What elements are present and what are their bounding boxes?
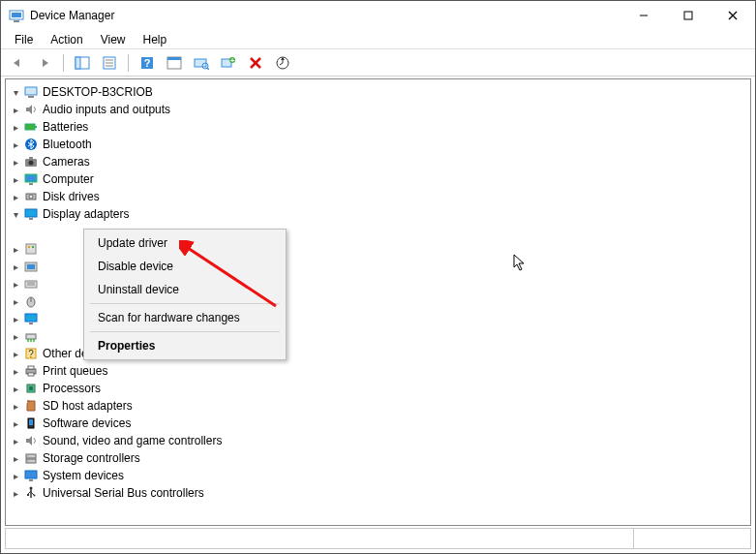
chevron-right-icon[interactable]: ▸: [8, 102, 23, 117]
chevron-right-icon[interactable]: ▸: [8, 433, 23, 448]
svg-line-19: [207, 68, 209, 70]
svg-rect-27: [28, 96, 34, 98]
scan-hardware-button[interactable]: [191, 52, 212, 74]
tree-root[interactable]: ▾ DESKTOP-B3CRIOB: [8, 83, 748, 101]
svg-text:+: +: [230, 56, 235, 65]
menu-update-driver[interactable]: Update driver: [86, 231, 284, 255]
chevron-right-icon[interactable]: ▸: [8, 311, 23, 326]
svg-rect-69: [25, 471, 37, 478]
svg-point-37: [29, 195, 33, 199]
status-cell: [634, 529, 750, 548]
maximize-button[interactable]: [666, 1, 711, 30]
add-legacy-button[interactable]: +: [218, 52, 239, 74]
chevron-right-icon[interactable]: ▸: [8, 241, 23, 257]
tree-node-batteries[interactable]: ▸Batteries: [8, 118, 748, 136]
toolbar: ? +: [1, 49, 755, 77]
tree-node-sd[interactable]: ▸SD host adapters: [8, 397, 748, 415]
svg-rect-41: [28, 246, 30, 248]
chevron-right-icon[interactable]: ▸: [8, 363, 23, 379]
tree-node-sound[interactable]: ▸Sound, video and game controllers: [8, 432, 748, 449]
forward-button[interactable]: [34, 52, 55, 74]
chevron-down-icon[interactable]: ▾: [8, 84, 23, 100]
tree-node-print[interactable]: ▸Print queues: [8, 362, 748, 380]
chevron-right-icon[interactable]: ▸: [8, 119, 23, 135]
camera-icon: [23, 154, 39, 169]
system-icon: [23, 468, 39, 483]
chevron-right-icon[interactable]: ▸: [8, 416, 23, 431]
svg-rect-40: [26, 244, 36, 254]
blank-icon: [8, 224, 23, 239]
tree-node-usb[interactable]: ▸Universal Serial Bus controllers: [8, 484, 748, 502]
chevron-right-icon[interactable]: ▸: [8, 189, 23, 204]
chevron-right-icon[interactable]: ▸: [8, 398, 23, 414]
svg-rect-52: [26, 334, 36, 339]
chevron-right-icon[interactable]: ▸: [8, 154, 23, 169]
tree-node-cameras[interactable]: ▸Cameras: [8, 153, 748, 170]
chevron-right-icon[interactable]: ▸: [8, 450, 23, 466]
menu-scan-hardware[interactable]: Scan for hardware changes: [86, 306, 284, 329]
menu-help[interactable]: Help: [136, 31, 175, 48]
chevron-right-icon[interactable]: ▸: [8, 468, 23, 483]
svg-rect-35: [29, 183, 33, 185]
chevron-right-icon[interactable]: ▸: [8, 485, 23, 501]
chevron-right-icon[interactable]: ▸: [8, 259, 23, 274]
minimize-button[interactable]: [621, 1, 666, 30]
back-button[interactable]: [7, 52, 28, 74]
uninstall-button[interactable]: [245, 52, 266, 74]
hid-icon: [23, 241, 39, 257]
svg-rect-16: [167, 57, 181, 60]
menu-properties[interactable]: Properties: [86, 334, 284, 357]
tree-label: Bluetooth: [43, 138, 92, 151]
sound-icon: [23, 433, 39, 448]
chevron-down-icon[interactable]: ▾: [8, 206, 23, 222]
status-bar: [5, 528, 751, 549]
svg-rect-70: [29, 479, 33, 481]
svg-point-68: [27, 460, 28, 461]
tree-node-system[interactable]: ▸System devices: [8, 467, 748, 484]
svg-rect-38: [25, 209, 37, 217]
bluetooth-icon: [23, 137, 39, 152]
svg-rect-33: [29, 157, 33, 159]
show-hide-console-button[interactable]: [72, 52, 93, 74]
tree-label: Audio inputs and outputs: [43, 103, 170, 116]
chevron-right-icon[interactable]: ▸: [8, 381, 23, 396]
svg-rect-4: [684, 12, 692, 19]
tree-node-bluetooth[interactable]: ▸Bluetooth: [8, 136, 748, 153]
tree-node-computer[interactable]: ▸Computer: [8, 170, 748, 188]
tree-label: Sound, video and game controllers: [43, 434, 222, 447]
disk-icon: [23, 189, 39, 204]
chevron-right-icon[interactable]: ▸: [8, 276, 23, 292]
svg-rect-28: [25, 124, 35, 130]
chevron-right-icon[interactable]: ▸: [8, 137, 23, 152]
app-icon: [9, 8, 24, 23]
software-icon: [23, 416, 39, 431]
chevron-right-icon[interactable]: ▸: [8, 293, 23, 309]
tree-label: Software devices: [43, 416, 131, 430]
menu-disable-device[interactable]: Disable device: [86, 255, 284, 278]
chevron-right-icon[interactable]: ▸: [8, 328, 23, 344]
tree-node-cpu[interactable]: ▸Processors: [8, 380, 748, 397]
tree-node-storage[interactable]: ▸Storage controllers: [8, 449, 748, 467]
tree-node-display[interactable]: ▾Display adapters: [8, 205, 748, 223]
tree-node-disk[interactable]: ▸Disk drives: [8, 188, 748, 205]
menu-view[interactable]: View: [93, 31, 134, 48]
tree-label: Universal Serial Bus controllers: [43, 486, 204, 500]
menu-separator: [90, 303, 280, 304]
window-controls: [621, 1, 755, 30]
tree-node-software[interactable]: ▸Software devices: [8, 415, 748, 432]
svg-rect-29: [35, 126, 37, 128]
tree-node-audio[interactable]: ▸Audio inputs and outputs: [8, 101, 748, 118]
properties-button[interactable]: [99, 52, 120, 74]
menu-file[interactable]: File: [7, 31, 41, 48]
svg-point-67: [27, 455, 28, 456]
help-button[interactable]: ?: [136, 52, 158, 74]
chevron-right-icon[interactable]: ▸: [8, 171, 23, 187]
menu-action[interactable]: Action: [43, 31, 90, 48]
svg-text:?: ?: [144, 57, 151, 69]
close-button[interactable]: [711, 1, 755, 30]
chevron-right-icon[interactable]: ▸: [8, 346, 23, 361]
action-button[interactable]: [164, 52, 185, 74]
update-driver-button[interactable]: [272, 52, 293, 74]
svg-rect-1: [12, 13, 21, 17]
menu-uninstall-device[interactable]: Uninstall device: [86, 278, 284, 301]
